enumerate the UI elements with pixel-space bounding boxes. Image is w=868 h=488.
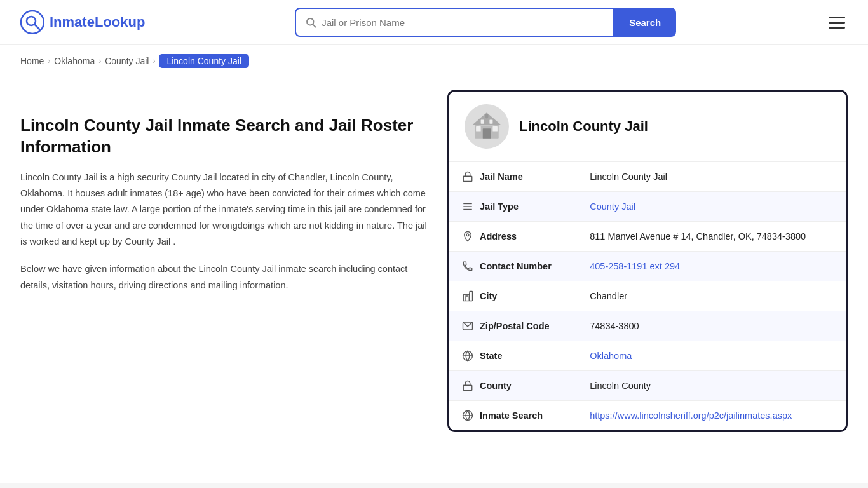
label-cell: Jail Name: [449, 162, 577, 192]
value-cell[interactable]: Oklahoma: [577, 341, 846, 371]
table-row: County Lincoln County: [449, 371, 846, 401]
label-cell: Contact Number: [449, 252, 577, 281]
building-icon: [471, 111, 503, 142]
value-cell: 74834-3800: [577, 311, 846, 341]
city-icon: [462, 290, 473, 302]
breadcrumb-state[interactable]: Oklahoma: [54, 56, 95, 66]
hamburger-line-3: [829, 27, 845, 29]
svg-rect-15: [463, 176, 472, 181]
logo-text: InmateLookup: [50, 14, 145, 30]
value-link[interactable]: https://www.lincolnsheriff.org/p2c/jaili…: [590, 410, 792, 421]
table-row: Zip/Postal Code 74834-3800: [449, 311, 846, 341]
value-link[interactable]: 405-258-1191 ext 294: [590, 261, 680, 271]
hamburger-line-2: [829, 22, 845, 24]
value-cell: 811 Manvel Avenue # 14, Chandler, OK, 74…: [577, 222, 846, 252]
search-button[interactable]: Search: [614, 8, 676, 37]
table-row: City Chandler: [449, 281, 846, 311]
header: i InmateLookup Search: [0, 0, 868, 45]
logo-highlight: Inmate: [50, 14, 95, 30]
card-header: Lincoln County Jail: [449, 92, 846, 162]
svg-point-14: [485, 114, 489, 119]
breadcrumb-sep-1: ›: [48, 57, 50, 65]
svg-rect-13: [489, 119, 492, 123]
breadcrumb-current: Lincoln County Jail: [159, 54, 249, 68]
label-cell: State: [449, 341, 577, 371]
hamburger-menu[interactable]: [826, 14, 848, 31]
county-icon: [462, 380, 473, 391]
table-row: Address 811 Manvel Avenue # 14, Chandler…: [449, 222, 846, 252]
svg-rect-9: [483, 128, 491, 139]
label-cell: Address: [449, 222, 577, 252]
phone-icon: [462, 261, 473, 272]
label-cell: County: [449, 371, 577, 401]
label-text: Zip/Postal Code: [480, 321, 550, 331]
label-cell: City: [449, 281, 577, 311]
svg-rect-12: [481, 119, 484, 123]
main-content: Lincoln County Jail Inmate Search and Ja…: [0, 77, 868, 458]
info-card: Lincoln County Jail Jail Name Lincoln Co…: [447, 90, 848, 432]
state-icon: [462, 350, 473, 362]
table-row: Jail Type County Jail: [449, 192, 846, 222]
value-link[interactable]: County Jail: [590, 201, 635, 212]
breadcrumb-type[interactable]: County Jail: [105, 56, 149, 66]
label-text: County: [480, 381, 512, 391]
svg-rect-11: [492, 126, 498, 132]
label-text: Jail Name: [480, 172, 523, 182]
breadcrumb: Home › Oklahoma › County Jail › Lincoln …: [0, 45, 868, 77]
search-area: Search: [295, 8, 676, 37]
left-column: Lincoln County Jail Inmate Search and Ja…: [20, 90, 427, 432]
breadcrumb-sep-3: ›: [153, 57, 155, 65]
svg-rect-10: [476, 126, 481, 132]
value-cell: Lincoln County: [577, 371, 846, 401]
info-table: Jail Name Lincoln County Jail Jail Type …: [449, 162, 846, 430]
label-cell: Inmate Search: [449, 401, 577, 431]
search-globe-icon: [462, 410, 473, 421]
label-cell: Zip/Postal Code: [449, 311, 577, 341]
zip-icon: [462, 320, 473, 332]
footer-bar: [0, 483, 868, 488]
svg-rect-21: [470, 292, 473, 301]
svg-text:i: i: [26, 18, 28, 24]
value-cell[interactable]: https://www.lincolnsheriff.org/p2c/jaili…: [577, 401, 846, 431]
right-column: Lincoln County Jail Jail Name Lincoln Co…: [447, 90, 848, 432]
svg-point-0: [21, 11, 44, 34]
label-text: Contact Number: [480, 261, 552, 271]
description-1: Lincoln County Jail is a high security C…: [20, 170, 427, 250]
label-text: Inmate Search: [480, 410, 543, 421]
jail-icon: [462, 171, 473, 182]
page-title: Lincoln County Jail Inmate Search and Ja…: [20, 115, 427, 158]
svg-line-5: [313, 24, 316, 27]
svg-rect-25: [463, 385, 472, 390]
value-cell[interactable]: County Jail: [577, 192, 846, 222]
label-text: State: [480, 351, 502, 361]
logo-icon: i: [20, 10, 44, 34]
value-cell: Lincoln County Jail: [577, 162, 846, 192]
svg-rect-20: [463, 295, 470, 301]
description-2: Below we have given information about th…: [20, 261, 427, 294]
table-row: State Oklahoma: [449, 341, 846, 371]
type-icon: [462, 201, 473, 212]
logo-link[interactable]: i InmateLookup: [20, 10, 145, 34]
value-cell: Chandler: [577, 281, 846, 311]
breadcrumb-sep-2: ›: [98, 57, 101, 65]
svg-point-19: [466, 234, 469, 236]
hamburger-line-1: [829, 17, 845, 18]
card-title: Lincoln County Jail: [519, 118, 648, 135]
logo-suffix: Lookup: [95, 14, 145, 30]
jail-avatar: [465, 104, 509, 149]
label-cell: Jail Type: [449, 192, 577, 222]
table-row: Contact Number 405-258-1191 ext 294: [449, 252, 846, 281]
label-text: Address: [480, 231, 517, 241]
label-text: Jail Type: [480, 201, 519, 212]
breadcrumb-home[interactable]: Home: [20, 56, 44, 66]
table-row: Inmate Search https://www.lincolnsheriff…: [449, 401, 846, 431]
search-icon: [305, 17, 316, 28]
label-text: City: [480, 291, 497, 301]
search-input[interactable]: [322, 17, 604, 28]
value-cell[interactable]: 405-258-1191 ext 294: [577, 252, 846, 281]
table-row: Jail Name Lincoln County Jail: [449, 162, 846, 192]
address-icon: [462, 231, 473, 242]
value-link[interactable]: Oklahoma: [590, 351, 632, 361]
search-box: [295, 8, 614, 37]
